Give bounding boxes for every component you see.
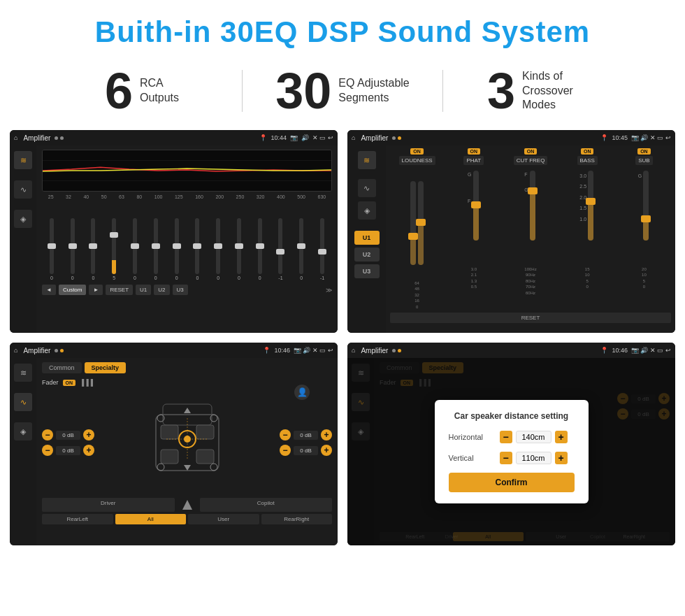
eq-slider-0[interactable]: 0 (42, 218, 62, 280)
vol-rl-minus[interactable]: − (42, 445, 53, 456)
phat-slider[interactable] (473, 171, 479, 241)
driver-btn[interactable]: Driver (42, 498, 175, 512)
screen1-sidebar: ≋ ∿ ◈ (10, 145, 36, 333)
screen4-body: ≋ ∿ ◈ Common Specialty Fader ON ▐▐▐ (347, 358, 675, 545)
location-icon: 📍 (259, 134, 267, 141)
eq-slider-9[interactable]: 0 (229, 218, 249, 280)
home-icon-4: ⌂ (352, 347, 355, 354)
u1-sidebar[interactable]: U1 (354, 231, 380, 245)
u1-btn[interactable]: U1 (136, 285, 151, 295)
screen2-icons: 📷 🔊 ✕ ▭ ↩ (631, 134, 671, 141)
sub-label: SUB (635, 156, 652, 165)
horizontal-plus[interactable]: + (555, 431, 568, 443)
vertical-plus[interactable]: + (555, 452, 568, 464)
vertical-label: Vertical (449, 454, 494, 462)
dialog-horizontal-row: Horizontal − 140cm + (449, 431, 575, 443)
vol-fl-plus[interactable]: + (83, 429, 94, 440)
screen2-main: ON LOUDNESS (386, 145, 675, 333)
speaker-icon-2[interactable]: ◈ (358, 201, 376, 220)
eq-icon[interactable]: ≋ (14, 151, 32, 169)
bass-freq: 151050 (585, 266, 590, 290)
loudness-slider1[interactable] (410, 181, 416, 265)
svg-rect-9 (196, 450, 214, 464)
screen1-topbar-right: 📍 10:44 📷 🔊 ✕ ▭ ↩ (259, 134, 333, 141)
screen3-tabs: Common Specialty (42, 362, 332, 373)
screen1-body: ≋ ∿ ◈ (10, 145, 338, 333)
tab-specialty[interactable]: Specialty (85, 362, 127, 373)
u3-sidebar[interactable]: U3 (354, 264, 380, 278)
cutfreq-area: FG (524, 167, 536, 265)
loudness-sliders (410, 167, 424, 279)
stat-rca: 6 RCAOutputs (42, 66, 242, 116)
reset-btn[interactable]: RESET (106, 285, 133, 295)
eq-slider-11[interactable]: -1 (271, 218, 291, 280)
speaker-icon-3[interactable]: ◈ (14, 422, 32, 440)
wave-icon-2[interactable]: ∿ (358, 179, 376, 197)
eq-slider-13[interactable]: -1 (312, 218, 332, 280)
u2-btn[interactable]: U2 (154, 285, 169, 295)
screen4-topbar: ⌂ Amplifier 📍 10:46 📷 🔊 ✕ ▭ ↩ (347, 343, 675, 358)
cutfreq-freq: 100Hz90Hz80Hz70Hz60Hz (524, 266, 536, 296)
user-btn[interactable]: User (188, 514, 259, 524)
sub-freq: 201050 (642, 266, 647, 290)
eq-slider-3[interactable]: 5 (104, 218, 124, 280)
sub-slider[interactable] (643, 171, 649, 241)
eq-slider-12[interactable]: 0 (291, 218, 311, 280)
eq-slider-2[interactable]: 0 (84, 218, 103, 280)
rearleft-btn[interactable]: RearLeft (42, 514, 113, 524)
vol-rr-minus[interactable]: − (280, 445, 291, 456)
vol-ctrl-rl: − 0 dB + (42, 445, 94, 456)
wave-icon[interactable]: ∿ (14, 180, 32, 199)
vol-fl-minus[interactable]: − (42, 429, 53, 440)
channel-bass: ON BASS 3.02.52.01.51.0 151050 (561, 148, 614, 310)
cutfreq-slider[interactable] (530, 171, 535, 241)
eq-slider-1[interactable]: 0 (63, 218, 82, 280)
eq-icon-3[interactable]: ≋ (14, 364, 32, 382)
eq-slider-7[interactable]: 0 (187, 218, 207, 280)
copilot-btn[interactable]: Copilot (200, 498, 333, 512)
crossover-reset[interactable]: RESET (390, 313, 671, 323)
u2-sidebar[interactable]: U2 (354, 248, 380, 262)
fader-layout: − 0 dB + − 0 dB + (42, 390, 332, 495)
speaker-icon[interactable]: ◈ (14, 210, 32, 228)
stat-rca-number: 6 (105, 66, 133, 116)
vol-rr-value: 0 dB (294, 446, 318, 455)
eq-slider-10[interactable]: 0 (250, 218, 270, 280)
vol-rr-plus[interactable]: + (321, 445, 332, 456)
horizontal-minus[interactable]: − (500, 431, 512, 443)
play-btn[interactable]: ► (89, 285, 103, 295)
screen1-topbar: ⌂ Amplifier 📍 10:44 📷 🔊 ✕ ▭ ↩ (10, 130, 338, 145)
bass-slider[interactable] (588, 171, 593, 241)
phat-on[interactable]: ON (468, 148, 481, 155)
svg-marker-19 (184, 465, 191, 471)
fader-on-badge[interactable]: ON (63, 380, 76, 386)
loudness-label: LOUDNESS (399, 156, 435, 165)
vol-fr-plus[interactable]: + (321, 429, 332, 440)
vertical-minus[interactable]: − (500, 452, 512, 464)
tab-common[interactable]: Common (42, 362, 82, 373)
vol-rl-plus[interactable]: + (83, 445, 94, 456)
eq-slider-8[interactable]: 0 (208, 218, 228, 280)
screen-eq: ⌂ Amplifier 📍 10:44 📷 🔊 ✕ ▭ ↩ ≋ ∿ ◈ (10, 130, 338, 333)
loudness-on[interactable]: ON (410, 148, 424, 155)
horizontal-control: − 140cm + (500, 431, 568, 443)
eq-icon-2[interactable]: ≋ (358, 151, 376, 169)
vol-fr-minus[interactable]: − (280, 429, 291, 440)
eq-slider-5[interactable]: 0 (146, 218, 166, 280)
sub-on[interactable]: ON (637, 148, 651, 155)
cutfreq-on[interactable]: ON (524, 148, 538, 155)
home-icon: ⌂ (14, 134, 17, 141)
custom-btn[interactable]: Custom (59, 285, 87, 295)
eq-slider-6[interactable]: 0 (167, 218, 187, 280)
eq-slider-4[interactable]: 0 (125, 218, 145, 280)
prev-btn[interactable]: ◄ (42, 285, 56, 295)
wave-icon-3[interactable]: ∿ (14, 393, 32, 411)
rearright-btn[interactable]: RearRight (261, 514, 333, 524)
u3-btn[interactable]: U3 (173, 285, 188, 295)
all-btn[interactable]: All (115, 514, 187, 524)
car-diagram (99, 390, 275, 495)
home-icon-2: ⌂ (352, 134, 355, 141)
confirm-button[interactable]: Confirm (449, 473, 575, 492)
bass-on[interactable]: ON (581, 148, 594, 155)
loudness-slider2[interactable] (418, 181, 424, 265)
